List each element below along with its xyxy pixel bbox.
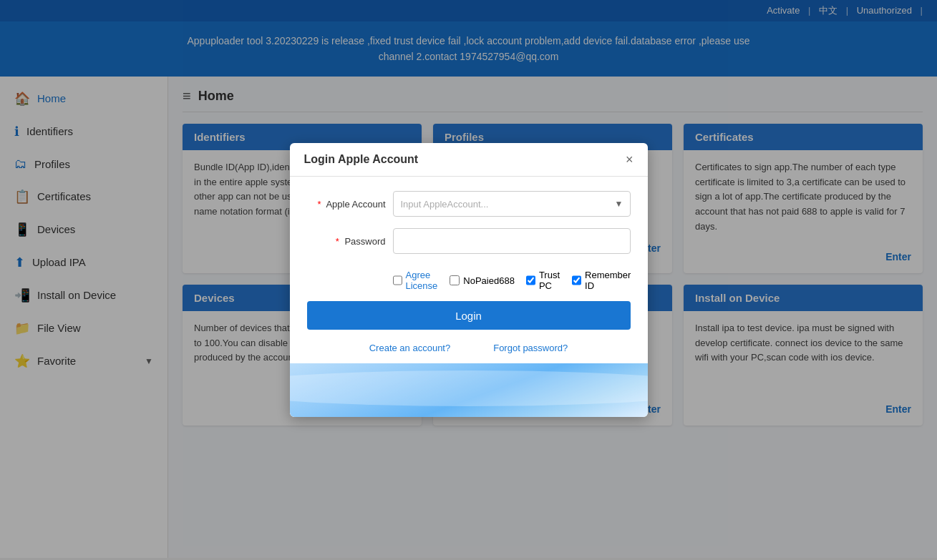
modal-body: * Apple Account Input AppleAccount... ▼ … [290, 177, 648, 301]
required-star-password: * [336, 236, 339, 247]
agree-license-checkbox[interactable]: Agree License [393, 270, 439, 291]
password-input[interactable] [393, 228, 631, 254]
remember-id-label: Remember ID [585, 270, 631, 291]
modal-close-button[interactable]: × [626, 153, 633, 166]
apple-account-row: * Apple Account Input AppleAccount... ▼ [307, 191, 631, 217]
no-paied688-checkbox[interactable]: NoPaied688 [450, 275, 515, 286]
required-star-account: * [317, 199, 321, 210]
apple-account-select-wrapper: Input AppleAccount... ▼ [393, 191, 631, 217]
password-label: * Password [307, 236, 386, 247]
modal-overlay[interactable]: Login Apple Account × * Apple Account In… [0, 0, 937, 560]
trust-pc-input[interactable] [526, 275, 535, 285]
apple-account-select[interactable]: Input AppleAccount... [393, 191, 631, 217]
forgot-password-link[interactable]: Forgot password? [493, 343, 568, 353]
modal-wave-decoration [290, 363, 648, 417]
modal-links: Create an account? Forgot password? [290, 340, 648, 363]
no-paied688-label: NoPaied688 [463, 275, 515, 286]
create-account-link[interactable]: Create an account? [369, 343, 450, 353]
agree-license-label: Agree License [406, 270, 439, 291]
trust-pc-checkbox[interactable]: Trust PC [526, 270, 560, 291]
login-button[interactable]: Login [307, 301, 631, 330]
login-modal: Login Apple Account × * Apple Account In… [290, 143, 648, 417]
remember-id-input[interactable] [572, 275, 581, 285]
checkboxes-row: Agree License NoPaied688 Trust PC Rememb… [307, 265, 631, 301]
trust-pc-label: Trust PC [539, 270, 560, 291]
apple-account-label: * Apple Account [307, 199, 386, 210]
no-paied688-input[interactable] [450, 275, 460, 285]
modal-title: Login Apple Account [304, 153, 419, 166]
agree-license-input[interactable] [393, 275, 402, 285]
password-row: * Password [307, 228, 631, 254]
remember-id-checkbox[interactable]: Remember ID [572, 270, 631, 291]
modal-header: Login Apple Account × [290, 143, 648, 177]
